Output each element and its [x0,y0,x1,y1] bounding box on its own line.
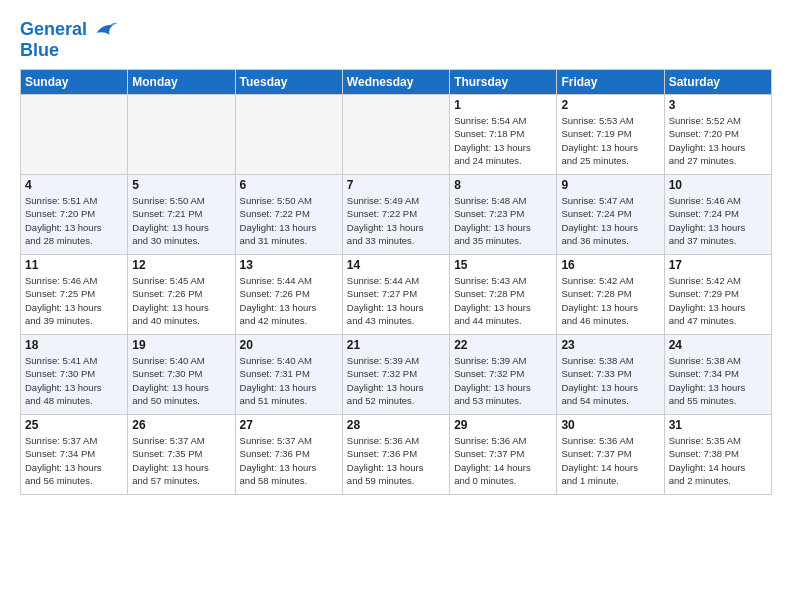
cell-info: Sunrise: 5:37 AMSunset: 7:36 PMDaylight:… [240,434,338,487]
cell-info: Sunrise: 5:53 AMSunset: 7:19 PMDaylight:… [561,114,659,167]
cell-info: Sunrise: 5:39 AMSunset: 7:32 PMDaylight:… [454,354,552,407]
cell-info: Sunrise: 5:35 AMSunset: 7:38 PMDaylight:… [669,434,767,487]
day-number: 28 [347,418,445,432]
calendar-cell: 16Sunrise: 5:42 AMSunset: 7:28 PMDayligh… [557,255,664,335]
calendar-cell: 18Sunrise: 5:41 AMSunset: 7:30 PMDayligh… [21,335,128,415]
cell-info: Sunrise: 5:52 AMSunset: 7:20 PMDaylight:… [669,114,767,167]
day-number: 1 [454,98,552,112]
calendar-cell: 6Sunrise: 5:50 AMSunset: 7:22 PMDaylight… [235,175,342,255]
cell-info: Sunrise: 5:45 AMSunset: 7:26 PMDaylight:… [132,274,230,327]
day-number: 10 [669,178,767,192]
cell-info: Sunrise: 5:41 AMSunset: 7:30 PMDaylight:… [25,354,123,407]
day-number: 2 [561,98,659,112]
calendar-cell: 13Sunrise: 5:44 AMSunset: 7:26 PMDayligh… [235,255,342,335]
cell-info: Sunrise: 5:47 AMSunset: 7:24 PMDaylight:… [561,194,659,247]
calendar-cell: 24Sunrise: 5:38 AMSunset: 7:34 PMDayligh… [664,335,771,415]
cell-info: Sunrise: 5:46 AMSunset: 7:24 PMDaylight:… [669,194,767,247]
calendar-cell: 22Sunrise: 5:39 AMSunset: 7:32 PMDayligh… [450,335,557,415]
cell-info: Sunrise: 5:42 AMSunset: 7:29 PMDaylight:… [669,274,767,327]
day-number: 25 [25,418,123,432]
cell-info: Sunrise: 5:36 AMSunset: 7:37 PMDaylight:… [454,434,552,487]
cell-info: Sunrise: 5:36 AMSunset: 7:36 PMDaylight:… [347,434,445,487]
day-number: 6 [240,178,338,192]
day-number: 23 [561,338,659,352]
calendar-cell: 12Sunrise: 5:45 AMSunset: 7:26 PMDayligh… [128,255,235,335]
calendar-cell [342,95,449,175]
day-number: 5 [132,178,230,192]
week-row-1: 1Sunrise: 5:54 AMSunset: 7:18 PMDaylight… [21,95,772,175]
week-row-4: 18Sunrise: 5:41 AMSunset: 7:30 PMDayligh… [21,335,772,415]
day-header-sunday: Sunday [21,70,128,95]
day-number: 29 [454,418,552,432]
calendar-cell: 4Sunrise: 5:51 AMSunset: 7:20 PMDaylight… [21,175,128,255]
cell-info: Sunrise: 5:40 AMSunset: 7:30 PMDaylight:… [132,354,230,407]
day-number: 13 [240,258,338,272]
cell-info: Sunrise: 5:50 AMSunset: 7:22 PMDaylight:… [240,194,338,247]
calendar-cell: 25Sunrise: 5:37 AMSunset: 7:34 PMDayligh… [21,415,128,495]
calendar-cell: 29Sunrise: 5:36 AMSunset: 7:37 PMDayligh… [450,415,557,495]
cell-info: Sunrise: 5:37 AMSunset: 7:34 PMDaylight:… [25,434,123,487]
calendar-cell: 31Sunrise: 5:35 AMSunset: 7:38 PMDayligh… [664,415,771,495]
header: General Blue [20,16,772,61]
calendar-cell: 30Sunrise: 5:36 AMSunset: 7:37 PMDayligh… [557,415,664,495]
day-header-thursday: Thursday [450,70,557,95]
calendar-cell: 2Sunrise: 5:53 AMSunset: 7:19 PMDaylight… [557,95,664,175]
logo: General Blue [20,16,117,61]
page: General Blue SundayMondayTuesdayWednesda… [0,0,792,505]
day-number: 7 [347,178,445,192]
day-header-tuesday: Tuesday [235,70,342,95]
calendar-cell: 15Sunrise: 5:43 AMSunset: 7:28 PMDayligh… [450,255,557,335]
day-number: 9 [561,178,659,192]
cell-info: Sunrise: 5:39 AMSunset: 7:32 PMDaylight:… [347,354,445,407]
week-row-5: 25Sunrise: 5:37 AMSunset: 7:34 PMDayligh… [21,415,772,495]
cell-info: Sunrise: 5:40 AMSunset: 7:31 PMDaylight:… [240,354,338,407]
calendar-cell: 9Sunrise: 5:47 AMSunset: 7:24 PMDaylight… [557,175,664,255]
cell-info: Sunrise: 5:38 AMSunset: 7:34 PMDaylight:… [669,354,767,407]
day-number: 21 [347,338,445,352]
calendar-cell: 11Sunrise: 5:46 AMSunset: 7:25 PMDayligh… [21,255,128,335]
cell-info: Sunrise: 5:43 AMSunset: 7:28 PMDaylight:… [454,274,552,327]
day-number: 16 [561,258,659,272]
day-number: 11 [25,258,123,272]
cell-info: Sunrise: 5:46 AMSunset: 7:25 PMDaylight:… [25,274,123,327]
cell-info: Sunrise: 5:36 AMSunset: 7:37 PMDaylight:… [561,434,659,487]
calendar-cell: 1Sunrise: 5:54 AMSunset: 7:18 PMDaylight… [450,95,557,175]
calendar-cell: 8Sunrise: 5:48 AMSunset: 7:23 PMDaylight… [450,175,557,255]
calendar-cell: 10Sunrise: 5:46 AMSunset: 7:24 PMDayligh… [664,175,771,255]
day-number: 31 [669,418,767,432]
cell-info: Sunrise: 5:42 AMSunset: 7:28 PMDaylight:… [561,274,659,327]
cell-info: Sunrise: 5:50 AMSunset: 7:21 PMDaylight:… [132,194,230,247]
day-number: 4 [25,178,123,192]
header-row: SundayMondayTuesdayWednesdayThursdayFrid… [21,70,772,95]
calendar-cell: 21Sunrise: 5:39 AMSunset: 7:32 PMDayligh… [342,335,449,415]
calendar-cell: 7Sunrise: 5:49 AMSunset: 7:22 PMDaylight… [342,175,449,255]
cell-info: Sunrise: 5:54 AMSunset: 7:18 PMDaylight:… [454,114,552,167]
week-row-2: 4Sunrise: 5:51 AMSunset: 7:20 PMDaylight… [21,175,772,255]
day-number: 17 [669,258,767,272]
cell-info: Sunrise: 5:44 AMSunset: 7:27 PMDaylight:… [347,274,445,327]
calendar-cell [235,95,342,175]
calendar-cell: 17Sunrise: 5:42 AMSunset: 7:29 PMDayligh… [664,255,771,335]
calendar-cell [21,95,128,175]
day-number: 3 [669,98,767,112]
cell-info: Sunrise: 5:38 AMSunset: 7:33 PMDaylight:… [561,354,659,407]
calendar-cell: 27Sunrise: 5:37 AMSunset: 7:36 PMDayligh… [235,415,342,495]
logo-text: General [20,20,87,40]
calendar-cell: 23Sunrise: 5:38 AMSunset: 7:33 PMDayligh… [557,335,664,415]
day-number: 26 [132,418,230,432]
cell-info: Sunrise: 5:49 AMSunset: 7:22 PMDaylight:… [347,194,445,247]
day-number: 12 [132,258,230,272]
week-row-3: 11Sunrise: 5:46 AMSunset: 7:25 PMDayligh… [21,255,772,335]
calendar-cell: 19Sunrise: 5:40 AMSunset: 7:30 PMDayligh… [128,335,235,415]
day-number: 30 [561,418,659,432]
day-number: 18 [25,338,123,352]
calendar-table: SundayMondayTuesdayWednesdayThursdayFrid… [20,69,772,495]
day-number: 20 [240,338,338,352]
day-number: 19 [132,338,230,352]
day-header-friday: Friday [557,70,664,95]
day-number: 22 [454,338,552,352]
day-header-saturday: Saturday [664,70,771,95]
cell-info: Sunrise: 5:51 AMSunset: 7:20 PMDaylight:… [25,194,123,247]
day-number: 27 [240,418,338,432]
calendar-cell: 28Sunrise: 5:36 AMSunset: 7:36 PMDayligh… [342,415,449,495]
